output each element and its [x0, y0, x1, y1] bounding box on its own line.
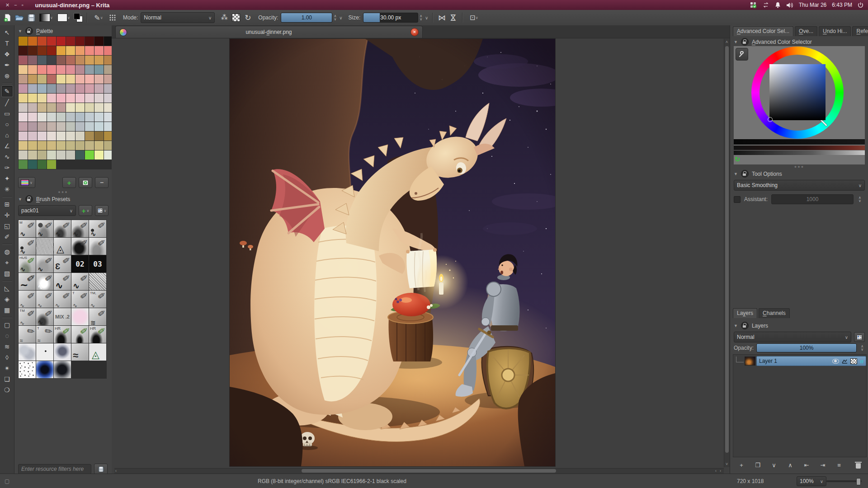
opacity-spinner[interactable]: ∧∨: [334, 14, 336, 21]
gradient-chooser-button[interactable]: ∨: [37, 12, 55, 23]
palette-swatch[interactable]: [57, 122, 66, 131]
paint-dynamics-button[interactable]: ⁂: [218, 12, 230, 23]
move-layer-down-button[interactable]: ∨: [769, 460, 779, 470]
mirror-horizontal-button[interactable]: ⋈: [436, 12, 448, 23]
assistant-checkbox[interactable]: [734, 196, 741, 203]
palette-swatch[interactable]: [94, 131, 104, 141]
tool-measure[interactable]: ✐: [2, 231, 13, 242]
tool-select-contiguous[interactable]: ✴: [2, 363, 13, 374]
zoom-level-combo[interactable]: 100% ∨: [797, 476, 826, 486]
palette-swatch[interactable]: [47, 160, 56, 169]
brush-preset[interactable]: [71, 220, 89, 237]
layer-filter-button[interactable]: [854, 332, 865, 342]
brush-preset[interactable]: M: [19, 220, 36, 237]
layer-thumbnail[interactable]: [745, 357, 755, 366]
palette-swatch[interactable]: [94, 113, 104, 122]
history-strip-gray[interactable]: [734, 150, 865, 155]
palette-swatch[interactable]: [75, 150, 85, 160]
palette-swatch[interactable]: [57, 37, 66, 46]
layers-docker-header[interactable]: ▼ Layers: [730, 320, 868, 331]
palette-swatch[interactable]: [66, 150, 75, 160]
brush-editor-button[interactable]: ✎∨: [90, 12, 107, 23]
collapse-arrow-icon[interactable]: ▼: [734, 324, 738, 328]
add-color-button[interactable]: +: [62, 177, 76, 188]
blending-mode-combo[interactable]: Normal ∨: [141, 12, 215, 23]
brush-preset[interactable]: [19, 343, 36, 361]
brush-preset[interactable]: TM,: [89, 291, 106, 308]
palette-swatch[interactable]: [57, 94, 66, 103]
brush-preset[interactable]: [19, 326, 36, 343]
layer-selected-bar[interactable]: Layer 1 α: [756, 356, 866, 366]
brush-preset[interactable]: [36, 343, 53, 361]
tool-polyline[interactable]: ∠: [2, 141, 13, 151]
vertical-scrollbar[interactable]: ˄ ˅: [724, 39, 730, 467]
delete-layer-button[interactable]: [853, 460, 863, 470]
palette-swatch[interactable]: [38, 150, 47, 160]
scroll-up-icon[interactable]: ˄: [726, 40, 728, 44]
move-layer-up-button[interactable]: ∧: [785, 460, 795, 470]
clock-time[interactable]: 6:43 PM: [832, 2, 852, 8]
palette-swatch[interactable]: [94, 150, 104, 160]
tool-rectangle[interactable]: ▭: [2, 108, 13, 119]
palette-swatch[interactable]: [66, 141, 75, 150]
layer-blend-mode-combo[interactable]: Normal ∨: [734, 332, 851, 343]
brush-preset[interactable]: [54, 238, 71, 255]
palette-swatch[interactable]: [47, 94, 56, 103]
tool-select-freehand[interactable]: ≋: [2, 341, 13, 352]
brush-preset[interactable]: [36, 273, 53, 290]
brush-preset[interactable]: [36, 238, 53, 255]
opacity-slider[interactable]: 1.00: [281, 13, 332, 23]
brush-preset[interactable]: [36, 220, 53, 237]
palette-swatch[interactable]: [75, 37, 85, 46]
tool-pattern[interactable]: ◈: [2, 294, 13, 305]
palette-swatch[interactable]: [85, 75, 94, 84]
palette-swatch[interactable]: [57, 84, 66, 93]
clock-date[interactable]: Thu Mar 26: [799, 2, 826, 8]
move-layer-left-button[interactable]: ⇤: [802, 460, 811, 470]
palette-swatch[interactable]: [66, 56, 75, 65]
brush-preset[interactable]: [89, 343, 106, 361]
tool-transform[interactable]: ◱: [2, 221, 13, 231]
layer-opacity-spinner[interactable]: ∧∨: [861, 345, 863, 351]
toolbox-tool[interactable]: [2, 244, 12, 245]
tool-freehand-brush[interactable]: ✎: [1, 85, 13, 97]
palette-swatch[interactable]: [38, 160, 47, 169]
palette-swatch[interactable]: [66, 65, 75, 74]
palette-swatch[interactable]: [28, 84, 37, 93]
brush-preset[interactable]: TM: [19, 308, 36, 325]
smoothing-mode-combo[interactable]: Basic Smoothing ∨: [734, 180, 865, 191]
scroll-right-icon[interactable]: ›: [720, 469, 721, 473]
palette-swatch[interactable]: [28, 94, 37, 103]
palette-swatch[interactable]: [28, 65, 37, 74]
brush-preset[interactable]: [54, 273, 71, 290]
scroll-left-icon[interactable]: ‹: [115, 469, 117, 473]
tool-select-ellipse[interactable]: ◌: [2, 330, 13, 341]
brush-preset[interactable]: MIX .2: [54, 308, 71, 325]
palette-swatch[interactable]: [57, 75, 66, 84]
palette-swatch[interactable]: [28, 46, 37, 55]
palette-swatch[interactable]: [19, 75, 28, 84]
palette-swatch[interactable]: [19, 84, 28, 93]
toolbox-tool[interactable]: [2, 317, 12, 318]
tool-select-rect[interactable]: ▢: [2, 319, 13, 330]
volume-icon[interactable]: [786, 2, 793, 8]
tool-line[interactable]: ╱: [2, 97, 13, 108]
palette-swatch[interactable]: [47, 65, 56, 74]
brush-pack-combo[interactable]: pack01 ∨: [18, 205, 76, 216]
palette-swatch[interactable]: [38, 94, 47, 103]
history-strip-red[interactable]: [734, 145, 865, 150]
vertical-scrollbar-thumb[interactable]: [725, 46, 729, 453]
palette-swatch[interactable]: [75, 94, 85, 103]
palette-swatch[interactable]: [94, 46, 104, 55]
lock-icon[interactable]: [25, 27, 33, 35]
palette-swatch[interactable]: [85, 56, 94, 65]
palette-swatch[interactable]: [75, 56, 85, 65]
power-icon[interactable]: [858, 2, 863, 8]
tool-pattern-edit[interactable]: ⊛: [2, 70, 13, 81]
tool-color-picker[interactable]: ⌖: [2, 257, 13, 268]
document-tab[interactable]: unusual-dinner.png ✕: [115, 26, 423, 38]
toolbox-tool[interactable]: [2, 83, 12, 84]
lock-icon[interactable]: [741, 322, 749, 329]
docker-tab[interactable]: Undo Hi...: [819, 26, 851, 36]
brush-preset[interactable]: [19, 238, 36, 255]
